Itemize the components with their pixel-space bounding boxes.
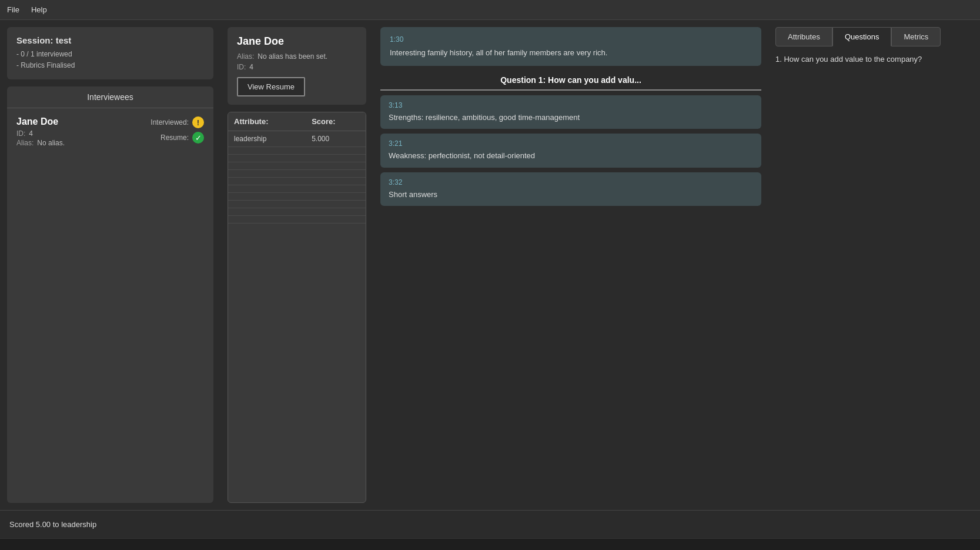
transcript-intro: 1:30 Interesting family history, all of … [380,27,761,66]
attr-cell [228,162,306,170]
attr-cell [228,147,306,155]
transcript-panel: 1:30 Interesting family history, all of … [373,20,768,510]
attributes-table-box: Attribute: Score: leadership5.000 [228,112,366,503]
table-row[interactable] [228,178,366,185]
attr-cell: leadership [228,131,306,147]
menu-help[interactable]: Help [31,5,47,14]
table-row[interactable] [228,201,366,208]
attr-cell [228,170,306,178]
table-row[interactable] [228,224,366,231]
tab-questions[interactable]: Questions [832,27,892,46]
intro-text: Interesting family history, all of her f… [390,47,752,59]
attr-cell [228,185,306,193]
candidate-header: Jane Doe Alias: No alias has been set. I… [228,27,366,105]
table-row[interactable] [228,193,366,201]
session-details: - 0 / 1 interviewed - Rubrics Finalised [16,49,204,71]
candidate-id-label: ID: [237,63,246,71]
session-detail-1: - Rubrics Finalised [16,60,204,71]
score-cell [306,201,366,208]
score-cell [306,155,366,162]
main-content: Session: test - 0 / 1 interviewed - Rubr… [0,20,980,510]
interviewee-name: Jane Doe [16,116,65,127]
statusbar: Scored 5.00 to leadership [0,510,980,538]
candidate-id-value: 4 [249,63,253,71]
attr-cell [228,208,306,216]
table-row[interactable] [228,208,366,216]
candidate-meta: Alias: No alias has been set. ID: 4 [237,52,357,71]
transcript-entry-1[interactable]: 3:21 Weakness: perfectionist, not detail… [380,134,761,168]
interviewee-meta: ID: 4 Alias: No alias. [16,129,65,147]
tab-metrics[interactable]: Metrics [891,27,941,46]
attr-cell [228,216,306,224]
candidate-alias-row: Alias: No alias has been set. [237,52,357,61]
table-row[interactable] [228,147,366,155]
interviewees-header: Interviewees [7,86,213,108]
table-row[interactable] [228,216,366,224]
interviewee-alias-value: No alias. [37,139,65,147]
score-cell [306,193,366,201]
interviewed-status-row: Interviewed: ! [150,116,204,128]
transcript-entry-0[interactable]: 3:13 Strengths: resilience, ambitious, g… [380,95,761,129]
attr-cell [228,155,306,162]
table-row[interactable]: leadership5.000 [228,131,366,147]
attr-cell [228,193,306,201]
interviewee-item[interactable]: Jane Doe ID: 4 Alias: No alias. [7,108,213,155]
score-cell [306,185,366,193]
question-divider: Question 1: How can you add valu... [380,71,761,91]
score-cell [306,224,366,231]
attr-col-header: Attribute: [228,112,306,131]
interviewee-id-value: 4 [29,129,33,138]
session-box: Session: test - 0 / 1 interviewed - Rubr… [7,27,213,79]
table-row[interactable] [228,162,366,170]
menubar: File Help [0,0,980,20]
question-list: 1. How can you add value to the company? [775,52,973,66]
interviewed-label: Interviewed: [150,118,189,126]
transcript-entry-2[interactable]: 3:32 Short answers [380,172,761,206]
statusbar-text: Scored 5.00 to leadership [9,520,96,529]
tab-attributes[interactable]: Attributes [775,27,832,46]
score-cell [306,178,366,185]
score-cell [306,162,366,170]
attr-cell [228,201,306,208]
question-item-0: 1. How can you add value to the company? [775,52,973,66]
score-cell [306,208,366,216]
intro-timestamp: 1:30 [390,34,752,45]
score-cell [306,147,366,155]
left-panel: Session: test - 0 / 1 interviewed - Rubr… [0,20,220,510]
entry-2-timestamp: 3:32 [389,178,753,186]
resume-status-row: Resume: ✓ [160,132,204,144]
interviewee-alias-label: Alias: [16,139,34,147]
candidate-alias-label: Alias: [237,52,254,61]
table-row[interactable] [228,185,366,193]
right-panel: Attributes Questions Metrics 1. How can … [768,20,980,510]
table-row[interactable] [228,170,366,178]
bottombar [0,538,980,550]
entry-1-text: Weakness: perfectionist, not detail-orie… [389,150,753,162]
attr-cell [228,224,306,231]
candidate-panel: Jane Doe Alias: No alias has been set. I… [220,20,373,510]
right-tabs: Attributes Questions Metrics [775,27,973,46]
score-cell: 5.000 [306,131,366,147]
resume-label: Resume: [160,134,189,142]
entry-0-text: Strengths: resilience, ambitious, good t… [389,112,753,124]
entry-2-text: Short answers [389,189,753,201]
session-title: Session: test [16,35,204,45]
candidate-id-row: ID: 4 [237,63,357,71]
score-cell [306,170,366,178]
menu-file[interactable]: File [7,5,19,14]
entry-1-timestamp: 3:21 [389,139,753,148]
interviewed-warning-icon: ! [192,116,204,128]
candidate-alias-value: No alias has been set. [257,52,327,61]
resume-check-icon: ✓ [192,132,204,144]
table-row[interactable] [228,155,366,162]
entry-0-timestamp: 3:13 [389,101,753,109]
interviewee-id-label: ID: [16,129,25,138]
score-cell [306,216,366,224]
interviewee-status: Interviewed: ! Resume: ✓ [150,116,204,144]
attr-cell [228,178,306,185]
score-col-header: Score: [306,112,366,131]
attributes-table: Attribute: Score: leadership5.000 [228,112,366,231]
session-detail-0: - 0 / 1 interviewed [16,49,204,60]
view-resume-button[interactable]: View Resume [237,77,305,96]
interviewees-box: Interviewees Jane Doe ID: 4 Alias: No al… [7,86,213,503]
